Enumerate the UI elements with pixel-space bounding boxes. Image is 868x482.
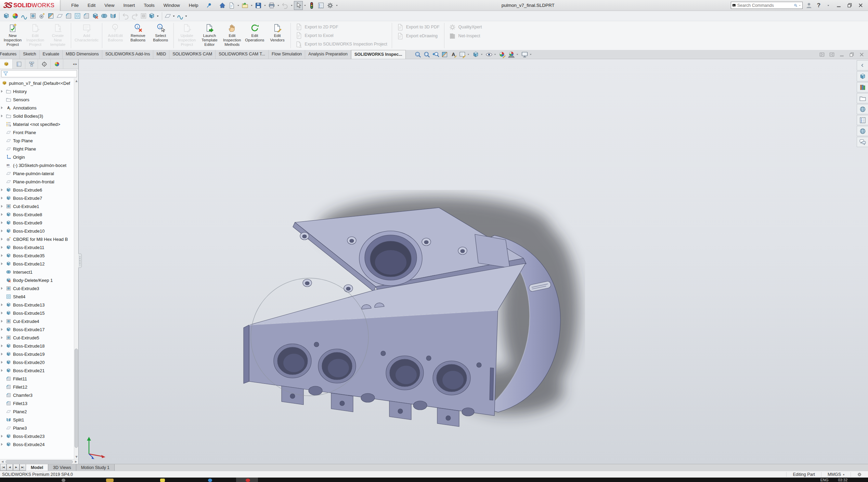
login-user-icon[interactable] [805,1,813,10]
revolved-boss-button[interactable] [11,12,19,21]
menu-edit[interactable]: Edit [83,0,100,11]
tree-item-solid-bodies-3[interactable]: Solid Bodies(3) [0,112,74,120]
taskbar-app-icon[interactable] [208,479,212,482]
extruded-cut-button[interactable] [29,12,37,21]
tree-item-annotations[interactable]: Annotations [0,104,74,112]
taskpane-tab-custom-properties[interactable] [857,115,868,125]
tree-scroll-thumb[interactable] [75,349,78,447]
expand-caret-icon[interactable] [1,188,4,192]
delete-body-button[interactable] [91,12,99,21]
tree-item-plane-pulm-n-lateral[interactable]: Plane-pulmón-lateral [0,169,74,178]
tree-item-fillet12[interactable]: Fillet12 [0,383,74,391]
dynamic-annotation-views-button[interactable] [450,50,457,58]
tab-mbd-dimensions[interactable]: MBD Dimensions [63,50,102,59]
rebuild-button[interactable] [307,1,316,10]
expand-caret-icon[interactable] [1,336,4,339]
tree-item-split1[interactable]: Split1 [0,416,74,424]
taskbar-app-icon[interactable] [62,479,65,482]
tree-item-boss-extrude13[interactable]: Boss-Extrude13 [0,301,74,309]
rib-button[interactable] [82,12,90,21]
expand-caret-icon[interactable] [1,320,4,323]
tree-item-cut-extrude3[interactable]: Cut-Extrude3 [0,284,74,292]
suppress-button[interactable] [139,12,147,21]
tree-item-cbore-for-m8-hex-head-b[interactable]: CBORE for M8 Hex Head B [0,235,74,243]
panel-tab-displaymanager[interactable] [51,59,63,69]
panel-tab-propertymanager[interactable] [13,59,25,69]
tree-item-fillet11[interactable]: Fillet11 [0,375,74,383]
annotation-views-button[interactable] [458,50,471,58]
taskpane-tab-solidworks-forum[interactable] [857,126,868,136]
expand-caret-icon[interactable] [1,254,4,257]
zoom-to-fit-button[interactable] [414,50,422,58]
new-document-caret-icon[interactable] [236,1,240,10]
tree-item-chamfer3[interactable]: Chamfer3 [0,391,74,399]
tree-item-boss-extrude23[interactable]: Boss-Extrude23 [0,432,74,440]
collapse-right-panel-icon[interactable] [829,52,835,57]
tree-item-boss-extrude7[interactable]: Boss-Extrude7 [0,194,74,202]
panel-splitter-handle[interactable] [78,253,82,268]
tab-sketch[interactable]: Sketch [20,50,39,59]
tab-solidworks-add-ins[interactable]: SOLIDWORKS Add-Ins [102,50,154,59]
expand-caret-icon[interactable] [1,262,4,265]
expand-caret-icon[interactable] [1,312,4,315]
insert-part-button[interactable] [148,12,160,21]
taskpane-tab-file-explorer[interactable] [857,93,868,103]
redo-feature-button[interactable] [130,12,139,21]
tree-item-plane2[interactable]: Plane2 [0,407,74,416]
taskpane-tab-3d-content-central[interactable] [857,104,868,114]
expand-caret-icon[interactable] [1,353,4,356]
tab-nav-last[interactable]: ▶| [20,464,26,471]
tree-item-top-plane[interactable]: Top Plane [0,136,74,145]
expand-caret-icon[interactable] [1,90,4,93]
search-input[interactable] [737,3,792,8]
menu-file[interactable]: File [67,0,83,11]
tree-item-plane-pulm-n-frontal[interactable]: Plane-pulmón-frontal [0,178,74,186]
edit-vendors-button[interactable]: EditVendors [266,22,289,49]
close-button[interactable] [856,1,865,10]
search-icon[interactable] [794,2,798,8]
tree-root[interactable]: pulmon_v7_final (Default<<Def [0,79,74,87]
expand-caret-icon[interactable] [1,115,4,118]
panel-tab-configurationmanager[interactable] [25,59,38,69]
expand-caret-icon[interactable] [1,230,4,233]
print-button[interactable] [267,1,276,10]
swept-boss-button[interactable] [20,12,28,21]
doc-restore-icon[interactable] [849,52,855,57]
taskbar-app-icon[interactable] [246,479,250,482]
undo-caret-icon[interactable] [290,1,294,10]
tab-nav-first[interactable]: |◀ [0,464,7,471]
new-document-button[interactable] [227,1,236,10]
taskbar-clock[interactable]: 03:32 [838,478,847,482]
split-button[interactable] [109,12,117,21]
combine-button[interactable] [100,12,108,21]
doc-close-icon[interactable] [859,52,865,57]
options-caret-icon[interactable] [335,1,339,10]
revolved-cut-button[interactable] [47,12,55,21]
windows-taskbar[interactable]: ENG 03:32 [0,478,868,482]
expand-caret-icon[interactable] [1,303,4,307]
taskbar-app-icon[interactable] [160,479,165,482]
help-icon[interactable]: ? [815,1,822,10]
taskbar-app-icon[interactable] [106,479,114,482]
scroll-up-icon[interactable]: ▲ [74,78,78,83]
section-view-button[interactable] [441,50,449,58]
menu-view[interactable]: View [100,0,119,11]
tab-mbd[interactable]: MBD [153,50,169,59]
tab-solidworks-inspec[interactable]: SOLIDWORKS Inspec... [351,50,406,59]
collapse-task-pane-icon[interactable] [857,60,868,70]
launch-template-editor-button[interactable]: LaunchTemplateEditor [198,22,221,49]
taskpane-tab-solidworks-resources[interactable] [857,71,868,81]
units-selector[interactable]: MMGS ▴ [821,472,851,477]
tree-item-shell4[interactable]: Shell4 [0,292,74,301]
tree-item-sensors[interactable]: Sensors [0,95,74,104]
previous-view-button[interactable] [432,50,440,58]
expand-caret-icon[interactable] [1,369,4,372]
tab-features[interactable]: Features [0,50,20,59]
expand-caret-icon[interactable] [1,106,4,109]
minimize-button[interactable] [834,1,843,10]
expand-caret-icon[interactable] [1,361,4,364]
collapse-left-panel-icon[interactable] [819,52,825,57]
expand-caret-icon[interactable] [1,221,4,224]
part-3d-model[interactable] [239,190,585,443]
expand-caret-icon[interactable] [1,435,4,438]
